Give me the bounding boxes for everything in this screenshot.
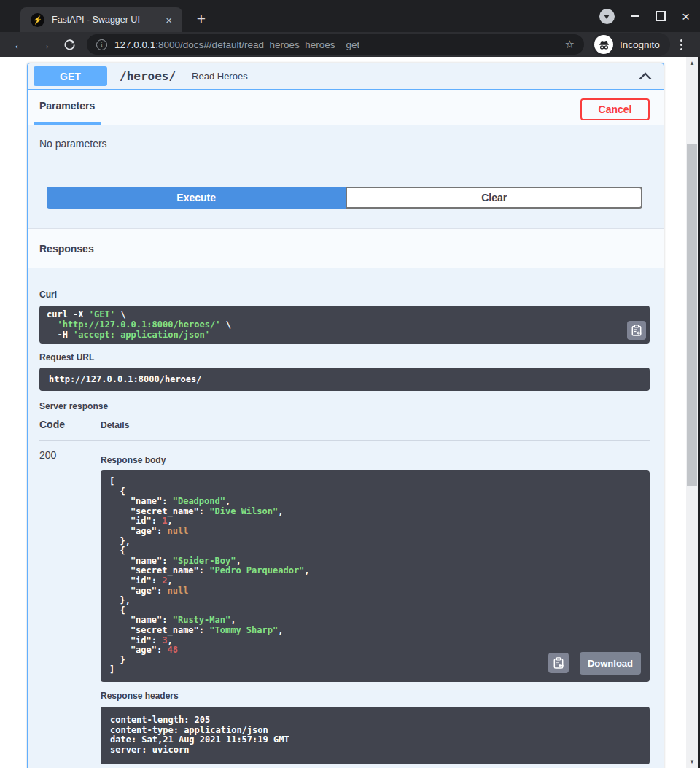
tab-parameters[interactable]: Parameters [39, 100, 95, 112]
request-url-value: http://127.0.0.1:8000/heroes/ [49, 374, 202, 384]
http-method-badge: GET [34, 66, 107, 86]
operation-block-get-heroes: GET /heroes/ Read Heroes Parameters Canc… [27, 63, 664, 768]
collapse-chevron-icon[interactable] [639, 72, 652, 80]
response-table-header: Code Details [39, 419, 650, 441]
endpoint-summary: Read Heroes [192, 71, 248, 82]
browser-window: ⚡ FastAPI - Swagger UI × + × ← → i 127.0… [0, 0, 700, 768]
window-close-button[interactable]: × [682, 9, 690, 23]
new-tab-button[interactable]: + [191, 9, 211, 30]
response-body-actions: Download [548, 652, 641, 675]
responses-title: Responses [39, 243, 94, 255]
cancel-button[interactable]: Cancel [580, 98, 650, 120]
response-headers-block: content-length: 205 content-type: applic… [101, 707, 650, 764]
execute-row: Execute Clear [47, 187, 642, 209]
incognito-label: Incognito [620, 39, 660, 50]
copy-curl-button[interactable] [627, 321, 646, 340]
response-body-json: [ { "name": "Deadpond", "secret_name": "… [109, 477, 641, 675]
responses-section-header: Responses [28, 228, 664, 268]
active-tab-underline [34, 122, 101, 125]
back-icon[interactable]: ← [13, 39, 26, 51]
window-controls: × [599, 8, 690, 24]
request-url-label: Request URL [39, 352, 650, 362]
response-headers-label: Response headers [101, 691, 650, 701]
curl-command: curl -X 'GET' \ 'http://127.0.0.1:8000/h… [47, 309, 642, 340]
scrollbar-thumb[interactable] [687, 144, 697, 486]
server-response-label: Server response [39, 401, 650, 411]
page-scrollbar[interactable]: ▲ ▼ [686, 57, 698, 768]
forward-icon[interactable]: → [39, 39, 51, 51]
bookmark-star-icon[interactable]: ☆ [565, 38, 575, 51]
browser-tab[interactable]: ⚡ FastAPI - Swagger UI × [20, 7, 182, 32]
tab-title: FastAPI - Swagger UI [52, 15, 163, 25]
response-headers-text: content-length: 205 content-type: applic… [110, 715, 640, 756]
browser-toolbar: ← → i 127.0.0.1:8000/docs#/default/read_… [0, 32, 700, 57]
code-column-header: Code [39, 419, 101, 430]
incognito-badge: Incognito [592, 33, 670, 56]
browser-menu-icon[interactable] [680, 38, 682, 51]
scrollbar-down-icon[interactable]: ▼ [686, 756, 698, 768]
response-body-block: [ { "name": "Deadpond", "secret_name": "… [101, 470, 650, 682]
curl-label: Curl [39, 290, 650, 300]
clear-button[interactable]: Clear [346, 187, 642, 209]
operation-summary[interactable]: GET /heroes/ Read Heroes [28, 63, 664, 90]
url-text[interactable]: 127.0.0.1:8000/docs#/default/read_heroes… [114, 39, 359, 50]
details-column-header: Details [101, 420, 129, 430]
window-minimize-button[interactable] [631, 15, 639, 17]
parameters-section-header: Parameters Cancel [28, 90, 664, 125]
browser-titlebar: ⚡ FastAPI - Swagger UI × + × [0, 0, 700, 32]
endpoint-path: /heroes/ [120, 69, 176, 83]
response-body-label: Response body [101, 455, 650, 465]
fastapi-favicon-icon: ⚡ [31, 13, 44, 27]
copy-response-button[interactable] [548, 653, 569, 673]
execute-button[interactable]: Execute [47, 187, 346, 209]
tab-close-icon[interactable]: × [163, 13, 175, 27]
status-code: 200 [39, 449, 56, 461]
page-content: GET /heroes/ Read Heroes Parameters Canc… [0, 57, 686, 768]
url-path: :8000/docs#/default/read_heroes_heroes__… [155, 39, 359, 50]
reload-icon[interactable] [63, 39, 76, 51]
incognito-icon [594, 35, 613, 54]
responses-body: Curl curl -X 'GET' \ 'http://127.0.0.1:8… [28, 290, 664, 768]
curl-command-block: curl -X 'GET' \ 'http://127.0.0.1:8000/h… [39, 306, 650, 344]
address-bar[interactable]: i 127.0.0.1:8000/docs#/default/read_hero… [87, 34, 584, 55]
no-parameters-text: No parameters [39, 138, 652, 150]
scrollbar-up-icon[interactable]: ▲ [686, 57, 698, 69]
browser-update-icon[interactable] [599, 9, 615, 24]
window-maximize-button[interactable] [656, 11, 666, 21]
parameters-body: No parameters Execute Clear [28, 138, 664, 228]
request-url-block: http://127.0.0.1:8000/heroes/ [39, 368, 650, 391]
url-host: 127.0.0.1 [114, 39, 155, 50]
download-button[interactable]: Download [580, 652, 641, 675]
site-info-icon[interactable]: i [96, 39, 107, 50]
response-row: 200 Response body [ { "name": "Deadpond"… [39, 449, 650, 764]
